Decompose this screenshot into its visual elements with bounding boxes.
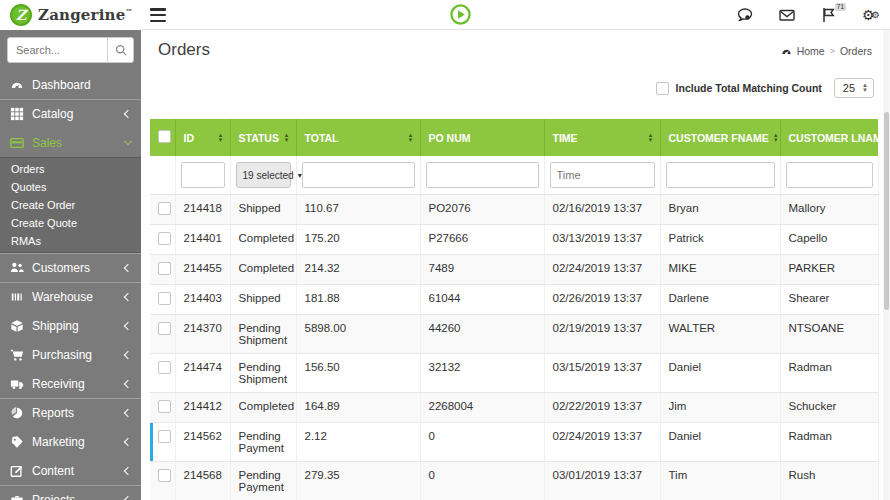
chevron-left-icon bbox=[124, 496, 132, 500]
submenu-item-create-order[interactable]: Create Order bbox=[0, 196, 141, 214]
sidebar-item-shipping[interactable]: Shipping bbox=[0, 311, 141, 340]
cell-time: 02/19/2019 13:37 bbox=[544, 315, 660, 354]
settings-gears-icon[interactable]: ⚙⚙ bbox=[862, 6, 880, 24]
breadcrumb-home[interactable]: Home bbox=[797, 45, 825, 57]
submenu-item-rmas[interactable]: RMAs bbox=[0, 232, 141, 250]
search-button[interactable] bbox=[107, 38, 133, 62]
filter-id-input[interactable] bbox=[181, 162, 225, 188]
page-size-value: 25 bbox=[843, 82, 855, 94]
column-header-status[interactable]: STATUS▲▼ bbox=[230, 119, 296, 156]
scrollbar-thumb[interactable] bbox=[884, 112, 889, 310]
projects-briefcase-icon bbox=[10, 493, 24, 500]
sidebar-item-receiving[interactable]: Receiving bbox=[0, 369, 141, 398]
sort-icon[interactable]: ▲▼ bbox=[284, 133, 290, 143]
column-header-id[interactable]: ID▲▼ bbox=[175, 119, 230, 156]
cell-time: 02/26/2019 13:37 bbox=[544, 285, 660, 315]
sidebar-item-marketing[interactable]: Marketing bbox=[0, 427, 141, 456]
sidebar-item-warehouse[interactable]: Warehouse bbox=[0, 282, 141, 311]
flag-icon[interactable]: 71 bbox=[820, 6, 838, 24]
row-checkbox[interactable] bbox=[158, 202, 171, 215]
topbar-icon-group: 71 ⚙⚙ bbox=[736, 0, 880, 30]
cell-order-id: 214401 bbox=[175, 225, 230, 255]
cell-customer-fname: Bryan bbox=[660, 195, 780, 225]
cell-time: 02/22/2019 13:37 bbox=[544, 393, 660, 423]
reports-pie-icon bbox=[10, 406, 24, 420]
table-row[interactable]: 214403 Shipped 181.88 61044 02/26/2019 1… bbox=[150, 285, 878, 315]
cell-time: 03/01/2019 13:37 bbox=[544, 462, 660, 500]
cell-order-id: 214403 bbox=[175, 285, 230, 315]
submenu-item-orders[interactable]: Orders bbox=[0, 160, 141, 178]
cell-time: 02/24/2019 13:37 bbox=[544, 255, 660, 285]
sidebar-search bbox=[7, 37, 134, 63]
cell-customer-lname: PARKER bbox=[780, 255, 878, 285]
column-header-po-num[interactable]: PO NUM bbox=[420, 119, 544, 156]
sidebar-item-content[interactable]: Content bbox=[0, 456, 141, 485]
cell-time: 02/16/2019 13:37 bbox=[544, 195, 660, 225]
table-row[interactable]: 214418 Shipped 110.67 PO2076 02/16/2019 … bbox=[150, 195, 878, 225]
include-count-checkbox[interactable] bbox=[656, 82, 669, 95]
menu-toggle-icon[interactable] bbox=[150, 8, 166, 22]
row-checkbox[interactable] bbox=[158, 322, 171, 335]
sidebar-item-catalog[interactable]: Catalog bbox=[0, 99, 141, 128]
filter-time-input[interactable] bbox=[550, 162, 655, 188]
column-header-customer-lname[interactable]: CUSTOMER LNAME bbox=[780, 119, 878, 156]
filter-po-input[interactable] bbox=[426, 162, 539, 188]
select-all-checkbox[interactable] bbox=[158, 130, 171, 143]
submenu-item-quotes[interactable]: Quotes bbox=[0, 178, 141, 196]
sidebar-item-sales[interactable]: Sales bbox=[0, 128, 141, 157]
zangerine-logo-icon: Z bbox=[10, 4, 32, 26]
mail-icon[interactable] bbox=[778, 6, 796, 24]
table-row[interactable]: 214412 Completed 164.89 2268004 02/22/20… bbox=[150, 393, 878, 423]
sort-icon[interactable]: ▲▼ bbox=[218, 133, 224, 143]
cell-status: Shipped bbox=[230, 285, 296, 315]
brand-logo[interactable]: Z Zangerine™ bbox=[0, 0, 141, 30]
row-checkbox[interactable] bbox=[158, 400, 171, 413]
submenu-item-create-quote[interactable]: Create Quote bbox=[0, 214, 141, 232]
sort-icon[interactable]: ▲▼ bbox=[648, 133, 654, 143]
customers-icon bbox=[10, 261, 24, 275]
cell-status: Shipped bbox=[230, 195, 296, 225]
chevron-left-icon bbox=[124, 437, 132, 445]
table-row[interactable]: 214455 Completed 214.32 7489 02/24/2019 … bbox=[150, 255, 878, 285]
row-checkbox[interactable] bbox=[158, 361, 171, 374]
chat-icon[interactable] bbox=[736, 6, 754, 24]
table-row[interactable]: 214474 Pending Shipment 156.50 32132 03/… bbox=[150, 354, 878, 393]
cell-po-num: PO2076 bbox=[420, 195, 544, 225]
sidebar-item-customers[interactable]: Customers bbox=[0, 253, 141, 282]
cell-order-id: 214370 bbox=[175, 315, 230, 354]
row-checkbox[interactable] bbox=[158, 232, 171, 245]
cell-customer-fname: Patrick bbox=[660, 225, 780, 255]
table-row[interactable]: 214401 Completed 175.20 P27666 03/13/201… bbox=[150, 225, 878, 255]
sidebar-item-purchasing[interactable]: Purchasing bbox=[0, 340, 141, 369]
column-header-customer-fname[interactable]: CUSTOMER FNAME▲▼ bbox=[660, 119, 780, 156]
sidebar-item-label: Warehouse bbox=[32, 290, 125, 304]
sort-icon[interactable]: ▲▼ bbox=[773, 133, 779, 143]
filter-total-input[interactable] bbox=[302, 162, 415, 188]
table-row[interactable]: 214370 Pending Shipment 5898.00 44260 02… bbox=[150, 315, 878, 354]
status-filter-dropdown[interactable]: 19 selected▾ bbox=[236, 162, 291, 188]
table-row[interactable]: 214568 Pending Payment 279.35 0 03/01/20… bbox=[150, 462, 878, 500]
table-row[interactable]: 214562 Pending Payment 2.12 0 02/24/2019… bbox=[150, 423, 878, 462]
column-header-total[interactable]: TOTAL▲▼ bbox=[296, 119, 420, 156]
filter-lname-input[interactable] bbox=[786, 162, 873, 188]
sidebar-item-label: Shipping bbox=[32, 319, 125, 333]
row-checkbox[interactable] bbox=[158, 292, 171, 305]
sidebar-item-projects[interactable]: Projects bbox=[0, 485, 141, 500]
column-header-time[interactable]: TIME▲▼ bbox=[544, 119, 660, 156]
sidebar-item-reports[interactable]: Reports bbox=[0, 398, 141, 427]
cell-order-id: 214568 bbox=[175, 462, 230, 500]
play-button[interactable] bbox=[450, 4, 471, 25]
row-checkbox[interactable] bbox=[158, 430, 171, 443]
chevron-left-icon bbox=[124, 466, 132, 474]
sidebar-item-dashboard[interactable]: Dashboard bbox=[0, 70, 141, 99]
search-input[interactable] bbox=[8, 38, 107, 62]
page-size-select[interactable]: 25 ▲▼ bbox=[834, 78, 874, 98]
trademark: ™ bbox=[125, 7, 132, 16]
filter-fname-input[interactable] bbox=[666, 162, 775, 188]
row-checkbox[interactable] bbox=[158, 262, 171, 275]
chevron-left-icon bbox=[124, 264, 132, 272]
cell-customer-fname: MIKE bbox=[660, 255, 780, 285]
select-all-header[interactable] bbox=[150, 119, 175, 156]
row-checkbox[interactable] bbox=[158, 469, 171, 482]
sort-icon[interactable]: ▲▼ bbox=[408, 133, 414, 143]
